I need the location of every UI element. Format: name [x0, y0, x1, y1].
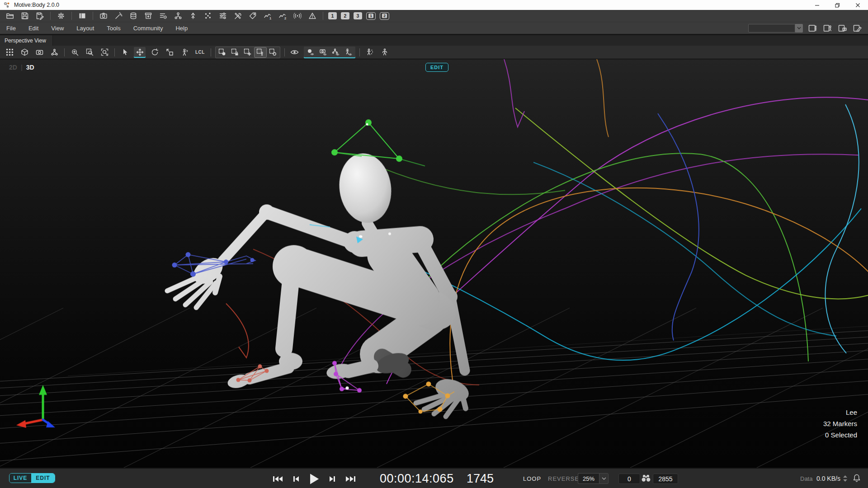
select-tool-icon[interactable]: [119, 47, 131, 58]
scale-tool-icon[interactable]: [164, 47, 175, 58]
tools-icon[interactable]: [232, 11, 243, 21]
range-start-input[interactable]: 0: [618, 474, 640, 484]
select-circle-mode-icon[interactable]: [267, 47, 279, 57]
calibration-icon[interactable]: [203, 11, 213, 21]
marker-visibility-icon[interactable]: [305, 47, 316, 58]
layout-3-button[interactable]: 3: [354, 12, 362, 19]
transport-bar: LIVE EDIT 00:00:14:065 1745 LOOP REVERSE: [0, 468, 868, 488]
list-settings-icon[interactable]: [158, 11, 169, 21]
zoom-in-icon[interactable]: [69, 47, 80, 58]
select-markers-mode-icon[interactable]: [217, 47, 228, 57]
toolbar-separator: [64, 48, 65, 56]
rotate-tool-icon[interactable]: [149, 47, 160, 58]
reverse-toggle[interactable]: REVERSE: [548, 475, 579, 482]
next-frame-button[interactable]: [327, 474, 338, 484]
mode-3d-button[interactable]: 3D: [26, 64, 34, 71]
menu-file[interactable]: File: [0, 23, 22, 33]
previous-frame-button[interactable]: [291, 474, 301, 484]
data-label: Data: [800, 475, 812, 482]
skip-to-start-button[interactable]: [271, 474, 285, 484]
menu-community[interactable]: Community: [127, 23, 170, 33]
restore-button[interactable]: [827, 0, 848, 10]
follow-tool-icon[interactable]: [179, 47, 190, 58]
custom-layout-1-button[interactable]: 1: [366, 12, 376, 20]
data-layers-icon[interactable]: [128, 11, 139, 21]
play-button[interactable]: [307, 472, 321, 486]
camera-icon[interactable]: [98, 11, 109, 21]
select-skeleton-mode-icon[interactable]: [255, 47, 266, 57]
skeleton-markers-icon[interactable]: [364, 47, 376, 58]
zoom-fit-icon[interactable]: [99, 47, 110, 58]
window-title: Motive:Body 2.0.0: [14, 2, 59, 8]
bell-icon[interactable]: [853, 474, 861, 483]
translate-tool-icon[interactable]: [134, 47, 146, 58]
select-locked-mode-icon[interactable]: [229, 47, 241, 57]
menu-tools[interactable]: Tools: [100, 23, 127, 33]
zoom-selection-icon[interactable]: [84, 47, 95, 58]
menu-view[interactable]: View: [45, 23, 70, 33]
layout-1-button[interactable]: 1: [328, 12, 337, 19]
panel-list-icon[interactable]: [807, 23, 818, 33]
minimize-button[interactable]: [807, 0, 827, 10]
lcl-toggle[interactable]: LCL: [193, 50, 207, 55]
viewport-camera-icon[interactable]: [33, 47, 45, 58]
mode-2d-button[interactable]: 2D: [9, 64, 17, 71]
viewport-3d[interactable]: 2D | 3D EDIT Lee 32 Markers 0 Selected: [0, 59, 868, 468]
streaming-icon[interactable]: [292, 11, 303, 21]
alert-icon[interactable]: [307, 11, 318, 21]
menubar: File Edit View Layout Tools Community He…: [0, 22, 868, 34]
select-add-mode-icon[interactable]: [242, 47, 254, 57]
close-button[interactable]: [848, 0, 868, 10]
toolbar-separator: [93, 12, 93, 20]
combobox-dropdown-icon[interactable]: [795, 24, 803, 33]
panel-skeleton-icon[interactable]: [822, 23, 833, 33]
rigid-body-icon[interactable]: [188, 11, 198, 21]
cube-icon[interactable]: [19, 47, 30, 58]
playback-controls: [271, 469, 357, 488]
loop-toggle[interactable]: LOOP: [523, 475, 541, 482]
marker-set-icon[interactable]: [48, 47, 60, 58]
menu-help[interactable]: Help: [169, 23, 194, 33]
graph-2-icon[interactable]: 2: [277, 11, 288, 21]
asset-visibility-icon[interactable]: [330, 47, 342, 58]
open-file-icon[interactable]: [5, 11, 15, 21]
edit-toggle-button[interactable]: EDIT: [31, 474, 55, 483]
skeleton-icon[interactable]: [379, 47, 391, 58]
labels-icon[interactable]: [247, 11, 258, 21]
toolbar-separator: [323, 12, 323, 20]
trail-green-flat: [371, 163, 565, 194]
menu-layout[interactable]: Layout: [70, 23, 100, 33]
archive-icon[interactable]: [143, 11, 154, 21]
grid-icon[interactable]: [4, 47, 15, 58]
skeleton-visibility-icon[interactable]: [343, 47, 354, 58]
updown-arrows-icon[interactable]: [843, 475, 848, 482]
save-as-icon[interactable]: [34, 11, 45, 21]
save-icon[interactable]: [19, 11, 30, 21]
app-icon: [4, 2, 10, 9]
camera-visibility-icon[interactable]: [317, 47, 329, 58]
assets-icon[interactable]: [173, 11, 184, 21]
panel-edit-icon[interactable]: [852, 23, 863, 33]
perspective-view-tab[interactable]: Perspective View: [0, 35, 53, 46]
skip-to-end-button[interactable]: [344, 474, 357, 484]
trail-lightblue: [825, 104, 859, 353]
range-end-input[interactable]: 2855: [653, 474, 678, 484]
head-marker-cluster[interactable]: [331, 119, 425, 166]
binoculars-icon[interactable]: [641, 474, 651, 483]
live-toggle-button[interactable]: LIVE: [9, 474, 31, 483]
edit-tools-icon[interactable]: [113, 11, 124, 21]
main-toolbar: 1 2 1 2 3 1 2: [0, 10, 868, 22]
playback-speed-value: 25%: [578, 473, 599, 484]
eye-icon[interactable]: [289, 47, 301, 58]
layout-2-button[interactable]: 2: [341, 12, 349, 19]
menu-edit[interactable]: Edit: [22, 23, 45, 33]
settings-gear-icon[interactable]: [56, 11, 66, 21]
custom-layout-2-button[interactable]: 2: [380, 12, 389, 20]
trail-red-spike: [226, 304, 249, 358]
take-combobox[interactable]: [748, 24, 795, 33]
sliders-icon[interactable]: [217, 11, 228, 21]
graph-1-icon[interactable]: 1: [262, 11, 273, 21]
panes-icon[interactable]: [77, 11, 88, 21]
panel-camera-icon[interactable]: [837, 23, 848, 33]
playback-speed-select[interactable]: 25%: [578, 473, 609, 484]
